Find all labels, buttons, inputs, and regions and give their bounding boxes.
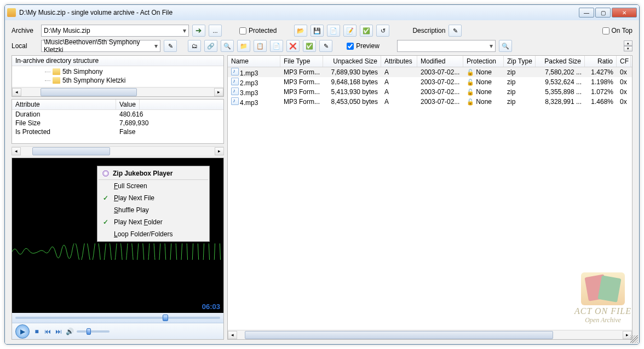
app-icon [7,8,16,17]
col-filetype[interactable]: File Type [280,56,323,67]
col-ziptype[interactable]: Zip Type [504,56,536,67]
mp3-icon [231,97,239,105]
attributes-panel: Attribute Value Duration480.616File Size… [12,99,224,144]
tree-body[interactable]: 5th Simphony 5th Symphony Kletzki [12,66,223,87]
play-button[interactable]: ▶ [15,324,30,339]
col-cf[interactable]: CF [617,56,631,67]
attr-row[interactable]: Is ProtectedFalse [12,127,223,136]
context-menu: Zip Jukebox Player Full Screen✓Play Next… [97,166,210,242]
local-path-combo[interactable]: \Music\Beethoven\5th Symphony Kletzki [41,40,160,52]
attr-col-1[interactable]: Attribute [12,100,116,109]
attr-row[interactable]: Duration480.616 [12,110,223,119]
context-menu-item[interactable]: Full Screen [99,180,208,192]
mp3-icon [231,78,239,85]
tree-item[interactable]: 5th Symphony Kletzki [13,76,222,85]
lock-open-icon: 🔓 [467,98,474,105]
description-label: Description [412,27,445,34]
tree-item[interactable]: 5th Simphony [13,67,222,76]
close-button[interactable]: ✕ [612,8,637,18]
local-path-text: \Music\Beethoven\5th Symphony Kletzki [44,38,149,54]
lb-icon-8[interactable]: ✅ [303,40,316,52]
grid-hscroll[interactable]: ◂▸ [228,330,632,339]
seek-bar[interactable] [12,313,223,323]
attr-hscroll[interactable]: ◂▸ [12,146,224,155]
archive-path-combo[interactable]: D:\My Music.zip [41,25,189,37]
col-attr[interactable]: Attributes [381,56,417,67]
tree-hscroll[interactable]: ◂▸ [12,87,223,96]
table-row[interactable]: 4.mp3MP3 Form...8,453,050 bytesA2003-07-… [228,97,632,107]
context-menu-item[interactable]: Shuffle Play [99,204,208,216]
go-button[interactable] [192,25,205,37]
table-row[interactable]: 2.mp3MP3 Form...9,648,168 bytesA2003-07-… [228,77,632,87]
lb-icon-1[interactable]: 🗂 [188,40,201,52]
cd-icon [102,170,110,177]
minimize-button[interactable]: — [579,8,594,18]
tb-icon-5[interactable]: ✅ [360,25,373,37]
col-protection[interactable]: Protection [463,56,504,67]
resize-grip[interactable] [630,335,638,343]
app-window: D:\My Music.zip - single volume archive … [4,4,640,345]
tree-panel: In-archive directory structure 5th Simph… [12,55,224,97]
preview-checkbox[interactable]: Preview [347,42,380,50]
col-unpacked[interactable]: Unpacked Size [323,56,381,67]
protected-checkbox[interactable]: Protected [239,27,277,34]
context-menu-item[interactable]: ✓Play Next Folder [99,216,208,228]
browse-button[interactable]: ... [209,25,222,37]
lb-icon-3[interactable]: 🔍 [221,40,234,52]
folder-icon [53,77,60,84]
folder-icon [53,68,60,75]
tree-header: In-archive directory structure [12,56,223,66]
lb-icon-9[interactable]: ✎ [319,40,332,52]
player-controls: ▶ ■ ⏮ ⏭ 🔊 [12,323,223,339]
attr-row[interactable]: File Size7,689,930 [12,119,223,127]
file-grid: Name File Type Unpacked Size Attributes … [227,55,633,340]
tb-icon-1[interactable]: 📂 [294,25,307,37]
tb-icon-3[interactable]: 📄 [327,25,340,37]
ontop-checkbox[interactable]: On Top [602,27,633,34]
lock-open-icon: 🔓 [467,79,474,85]
col-ratio[interactable]: Ratio [585,56,617,67]
lb-icon-4[interactable]: 📁 [237,40,250,52]
attr-col-2[interactable]: Value [116,100,140,109]
lb-icon-7[interactable]: ❌ [286,40,300,52]
col-name[interactable]: Name [228,56,280,67]
spinner[interactable]: ▴▾ [624,40,633,51]
window-title: D:\My Music.zip - single volume archive … [19,9,579,16]
local-apply-button[interactable]: ✎ [164,40,177,52]
filter-apply-button[interactable]: 🔍 [499,40,512,52]
titlebar[interactable]: D:\My Music.zip - single volume archive … [5,5,639,20]
volume-slider[interactable] [77,330,110,333]
stop-button[interactable]: ■ [33,328,41,335]
visualizer[interactable]: 06:03 Zip Jukebox Player Full Screen✓Pla… [12,158,223,313]
mp3-icon [231,68,239,75]
table-row[interactable]: 3.mp3MP3 Form...5,413,930 bytesA2003-07-… [228,87,632,97]
description-edit-button[interactable]: ✎ [449,25,462,37]
lock-open-icon: 🔓 [467,89,474,95]
table-row[interactable]: 1.mp3MP3 Form...7,689,930 bytesA2003-07-… [228,67,632,77]
tb-icon-2[interactable]: 💾 [311,25,324,37]
grid-header: Name File Type Unpacked Size Attributes … [228,56,632,67]
tb-icon-4[interactable]: 📝 [343,25,357,37]
lb-icon-2[interactable]: 🔗 [204,40,217,52]
lb-icon-5[interactable]: 📋 [254,40,267,52]
context-menu-title: Zip Jukebox Player [99,167,208,180]
mp3-icon [231,88,239,95]
filter-combo[interactable] [397,40,496,52]
col-packed[interactable]: Packed Size [536,56,585,67]
maximize-button[interactable]: ▢ [595,8,611,18]
prev-button[interactable]: ⏮ [44,328,51,335]
archive-label: Archive [12,27,38,34]
context-menu-item[interactable]: Loop Folder/Folders [99,228,208,240]
next-button[interactable]: ⏭ [55,328,62,335]
lb-icon-6[interactable]: 📄 [270,40,283,52]
col-modified[interactable]: Modified [417,56,463,67]
archive-path-text: D:\My Music.zip [44,27,90,34]
player-panel: 06:03 Zip Jukebox Player Full Screen✓Pla… [12,158,224,340]
local-label: Local [12,42,38,50]
volume-icon[interactable]: 🔊 [66,328,73,335]
playback-time: 06:03 [202,303,220,311]
lock-open-icon: 🔓 [467,69,474,75]
tb-icon-6[interactable]: ↺ [376,25,389,37]
context-menu-item[interactable]: ✓Play Next File [99,192,208,204]
